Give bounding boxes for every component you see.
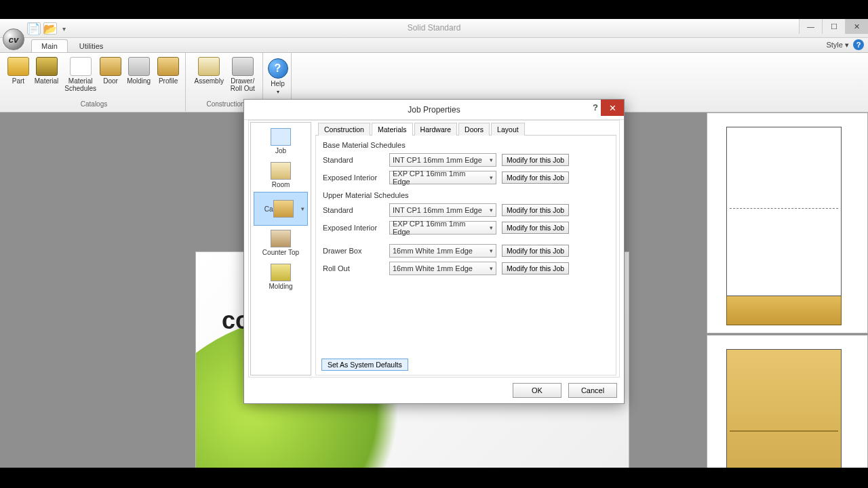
countertop-icon (271, 230, 291, 247)
modify-upper-standard[interactable]: Modify for this Job (502, 204, 569, 216)
help-round-icon: ? (268, 58, 288, 79)
style-dropdown[interactable]: Style ▾ (826, 41, 849, 49)
tab-utilities[interactable]: Utilities (69, 39, 113, 52)
ok-button[interactable]: OK (513, 383, 561, 398)
category-molding[interactable]: Molding (254, 260, 308, 293)
ribbon-material[interactable]: Material (31, 56, 62, 100)
quick-access-toolbar: 📄 📂 ▾ (27, 22, 66, 35)
part-icon (7, 57, 29, 76)
dialog-title: Job Properties ? ✕ (244, 100, 624, 120)
app-logo[interactable]: cv (3, 28, 24, 50)
category-counter-top[interactable]: Counter Top (254, 226, 308, 260)
upper-group-title: Upper Material Schedules (323, 191, 609, 199)
tab-main[interactable]: Main (31, 39, 68, 52)
minimize-button[interactable]: — (799, 19, 822, 34)
label-base-exposed: Exposed Interior (323, 174, 384, 182)
close-button[interactable]: ✕ (845, 19, 868, 34)
maximize-button[interactable]: ☐ (822, 19, 845, 34)
tab-doors[interactable]: Doors (458, 123, 490, 136)
label-drawer-box: Drawer Box (323, 247, 384, 255)
tab-layout[interactable]: Layout (491, 123, 525, 136)
select-base-exposed[interactable]: EXP CP1 16mm 1mm Edge (389, 171, 496, 184)
set-system-defaults-button[interactable]: Set As System Defaults (321, 359, 408, 371)
dialog-close-button[interactable]: ✕ (601, 100, 624, 116)
tab-construction[interactable]: Construction (318, 123, 370, 136)
molding-icon (128, 57, 150, 76)
profile-icon (157, 57, 179, 76)
tab-materials[interactable]: Materials (372, 123, 413, 136)
label-roll-out: Roll Out (323, 264, 384, 272)
select-roll-out[interactable]: 16mm White 1mm Edge (389, 262, 496, 275)
ribbon-group-label-catalogs: Catalogs (3, 100, 185, 108)
select-base-standard[interactable]: INT CP1 16mm 1mm Edge (389, 153, 496, 167)
material-schedules-icon (70, 57, 92, 76)
dialog-form-area: Construction Materials Hardware Doors La… (313, 121, 619, 377)
job-icon (271, 128, 291, 146)
qat-open-icon[interactable]: 📂 (43, 22, 57, 35)
ribbon-help[interactable]: ?Help▾ (267, 57, 288, 100)
titlebar: cv 📄 📂 ▾ Solid Standard — ☐ ✕ (0, 19, 868, 38)
window-title: Solid Standard (408, 23, 461, 33)
tab-hardware[interactable]: Hardware (414, 123, 458, 136)
modify-drawer-box[interactable]: Modify for this Job (502, 245, 569, 257)
ribbon-drawer-rollout[interactable]: Drawer/ Roll Out (226, 56, 258, 100)
ribbon-material-schedules[interactable]: Material Schedules (63, 56, 98, 100)
room-icon (271, 162, 291, 180)
ribbon-profile[interactable]: Profile (155, 56, 181, 100)
cabinet-icon (273, 200, 294, 218)
select-upper-exposed[interactable]: EXP CP1 16mm 1mm Edge (389, 221, 496, 235)
preview-pane-bottom (707, 335, 868, 488)
dialog-category-list: Job Room Cabinet Counter Top Molding (250, 122, 311, 375)
qat-customize-icon[interactable]: ▾ (62, 25, 66, 33)
cancel-button[interactable]: Cancel (568, 383, 617, 398)
label-upper-exposed: Exposed Interior (323, 224, 384, 232)
door-icon (100, 57, 121, 76)
modify-upper-exposed[interactable]: Modify for this Job (502, 222, 569, 234)
window-controls: — ☐ ✕ (799, 19, 868, 34)
group-drawer-rollout: Drawer Box 16mm White 1mm Edge Modify fo… (323, 244, 609, 275)
group-upper-schedules: Upper Material Schedules Standard INT CP… (323, 191, 609, 235)
dialog-help-icon[interactable]: ? (593, 102, 598, 113)
label-upper-standard: Standard (323, 206, 384, 214)
base-group-title: Base Material Schedules (323, 141, 609, 149)
modify-base-standard[interactable]: Modify for this Job (502, 154, 569, 166)
material-icon (36, 57, 58, 76)
preview-pane-top (707, 113, 868, 333)
ribbon-tabstrip: Main Utilities Style ▾ ? (0, 38, 868, 53)
ribbon-door[interactable]: Door (99, 56, 122, 100)
category-room[interactable]: Room (254, 158, 308, 192)
assembly-icon (198, 57, 220, 76)
select-drawer-box[interactable]: 16mm White 1mm Edge (389, 244, 496, 258)
ribbon-assembly[interactable]: Assembly (193, 56, 225, 100)
drawer-icon (232, 57, 254, 76)
modify-roll-out[interactable]: Modify for this Job (502, 262, 569, 274)
materials-tab-content: Base Material Schedules Standard INT CP1… (315, 136, 616, 375)
qat-new-icon[interactable]: 📄 (27, 22, 41, 35)
letterbox (0, 468, 868, 488)
dialog-tabs: Construction Materials Hardware Doors La… (315, 122, 616, 136)
category-cabinet[interactable]: Cabinet (254, 192, 308, 226)
cabinet-wireframe (726, 127, 842, 325)
job-properties-dialog: Job Properties ? ✕ Job Room Cabinet Coun… (243, 99, 625, 404)
group-base-schedules: Base Material Schedules Standard INT CP1… (323, 141, 609, 184)
molding-cat-icon (271, 264, 291, 281)
ribbon-part[interactable]: Part (7, 56, 30, 100)
ribbon-molding[interactable]: Molding (123, 56, 154, 100)
category-job[interactable]: Job (254, 124, 308, 158)
ribbon-group-catalogs: Part Material Material Schedules Door Mo… (3, 53, 186, 111)
modify-base-exposed[interactable]: Modify for this Job (502, 171, 569, 184)
dialog-buttons: OK Cancel (513, 383, 617, 398)
label-base-standard: Standard (323, 156, 384, 164)
application-window: cv 📄 📂 ▾ Solid Standard — ☐ ✕ Main Utili… (0, 19, 868, 468)
select-upper-standard[interactable]: INT CP1 16mm 1mm Edge (389, 203, 496, 217)
help-icon[interactable]: ? (853, 39, 864, 50)
